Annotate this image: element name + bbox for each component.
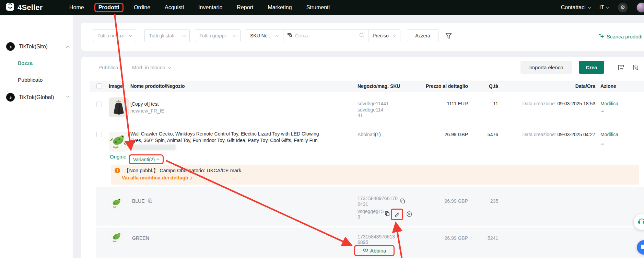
- nav-item-report[interactable]: Report: [237, 4, 253, 11]
- modify-link[interactable]: Modifica: [600, 132, 618, 137]
- price-value: 26.99 GBP: [405, 235, 468, 241]
- go-to-details-link[interactable]: Vai alla modifica dei dettagli: [122, 175, 192, 180]
- nav-item-ordine[interactable]: Ordine: [134, 4, 150, 11]
- nav-item-marketing[interactable]: Marketing: [268, 4, 292, 11]
- modify-link[interactable]: Modifica: [600, 101, 618, 106]
- chevron-down-icon: [276, 34, 280, 37]
- nav-item-home[interactable]: Home: [69, 4, 84, 11]
- warning-icon: !: [115, 168, 120, 173]
- sidebar-item-pubblicato[interactable]: Pubblicato: [18, 77, 43, 83]
- variant-label: BLUE: [132, 198, 145, 204]
- sku-value: 6895: [358, 239, 368, 245]
- top-nav: 4Seller Home Prodotti Ordine Acquisti In…: [0, 0, 644, 15]
- variants-toggle-button[interactable]: Varianti(2): [129, 154, 164, 164]
- column-settings-icon[interactable]: [632, 64, 639, 73]
- brand-logo-icon: [5, 2, 15, 13]
- product-name[interactable]: Wall Crawler Gecko, Winktoys Remote Cont…: [130, 131, 323, 144]
- price-value: 26.99 GBP: [405, 198, 468, 204]
- status-filter-select[interactable]: Tutti gli stati: [144, 29, 190, 42]
- qty-value: 235: [473, 198, 498, 204]
- chevron-up-icon[interactable]: [66, 46, 70, 49]
- price-value: 26.99 GBP: [405, 132, 468, 137]
- create-button[interactable]: Crea: [579, 61, 604, 74]
- chevron-down-icon: [233, 34, 237, 37]
- sku-value: sdvdbge114: [358, 107, 383, 113]
- search-filter-icon: [287, 32, 292, 39]
- select-all-checkbox[interactable]: [96, 83, 102, 89]
- date-cell: Data creazione: 09-03-2025 18:53: [491, 101, 595, 106]
- chevron-right-icon: [189, 176, 192, 180]
- chevron-down-icon[interactable]: [66, 94, 70, 98]
- date-cell: Data creazione: 09-03-2025 04:27: [491, 132, 595, 137]
- product-name[interactable]: [Copy of] test: [130, 101, 323, 107]
- language-menu[interactable]: IT: [599, 4, 609, 11]
- sku-value: 3: [358, 214, 360, 220]
- sidebar-section-tiktok-global[interactable]: ♪ TikTok(Global): [6, 93, 54, 102]
- avatar[interactable]: [636, 2, 644, 13]
- product-image-gecko[interactable]: [109, 132, 129, 152]
- download-products-link[interactable]: Scarica prodotti: [598, 33, 642, 40]
- tiktok-icon: ♪: [6, 42, 15, 51]
- import-list-button[interactable]: Importa elenco: [520, 61, 572, 74]
- more-actions-link[interactable]: ...: [600, 140, 605, 145]
- nav-item-prodotti[interactable]: Prodotti: [94, 3, 124, 12]
- nav-item-inventario[interactable]: Inventario: [198, 4, 222, 11]
- sku-value: 41: [358, 113, 363, 118]
- variant-image-gecko[interactable]: [110, 231, 124, 244]
- sidebar-item-bozza[interactable]: Bozza: [18, 60, 33, 66]
- chevron-down-icon: [183, 34, 186, 37]
- link-sku-button[interactable]: Abbina: [354, 245, 395, 256]
- col-header-sku: Negozio/mag. SKU: [358, 83, 400, 89]
- settings-button[interactable]: ⚙: [618, 3, 628, 12]
- sku-value: sdvdbge11441: [358, 101, 389, 106]
- brand-name: 4Seller: [17, 3, 43, 12]
- nav-item-acquisti[interactable]: Acquisti: [165, 4, 184, 11]
- search-box: [283, 29, 368, 42]
- chevron-down-icon: [393, 34, 397, 37]
- bulk-edit-menu[interactable]: Mod. in blocco: [132, 64, 171, 70]
- tab-publish[interactable]: Pubblica: [98, 64, 118, 70]
- app-screen: 4Seller Home Prodotti Ordine Acquisti In…: [0, 0, 644, 258]
- product-shop: newnew_FR_IE: [130, 108, 164, 114]
- variant-image-gecko[interactable]: [110, 196, 124, 210]
- price-value: 1111 EUR: [405, 101, 468, 106]
- link-icon: [363, 247, 368, 254]
- video-icon: [640, 243, 644, 252]
- search-icon[interactable]: [359, 32, 365, 39]
- nav-item-strumenti[interactable]: Strumenti: [306, 4, 330, 11]
- precision-select[interactable]: Preciso: [368, 29, 400, 42]
- col-header-action: Azione: [600, 83, 616, 89]
- linked-cell: Abbinati(1): [358, 132, 381, 137]
- brand[interactable]: 4Seller: [5, 2, 69, 13]
- qty-value: 5241: [473, 235, 498, 241]
- row-checkbox[interactable]: [96, 102, 102, 107]
- contact-menu[interactable]: Contattaci: [561, 4, 590, 11]
- chevron-down-icon: [129, 34, 132, 37]
- more-actions-link[interactable]: ...: [600, 107, 605, 113]
- gear-icon: ⚙: [620, 4, 625, 11]
- redacted-shop-name: [130, 144, 176, 150]
- col-header-image: Image: [109, 83, 122, 89]
- sku-value: vsgeggeg15: [358, 209, 384, 214]
- row-checkbox[interactable]: [96, 132, 102, 137]
- unlink-icon[interactable]: [406, 211, 412, 217]
- sku-type-select[interactable]: SKU Ne...: [246, 29, 283, 42]
- sidebar: ♪ TikTok(Sito) Bozza Pubblicato ♪ TikTok…: [0, 15, 74, 258]
- product-image-cloak[interactable]: [109, 97, 129, 117]
- copy-icon[interactable]: [148, 198, 153, 203]
- group-filter-select[interactable]: Tutti i gruppi: [195, 29, 241, 42]
- sparkles-icon: [598, 33, 605, 40]
- copy-icon[interactable]: [385, 211, 390, 216]
- search-input[interactable]: [295, 33, 356, 38]
- export-list-icon[interactable]: [617, 64, 625, 73]
- variant-label: GREEN: [132, 235, 149, 241]
- store-filter-select[interactable]: Tutti i negozi: [93, 29, 136, 42]
- variant-row-bg: [96, 187, 644, 226]
- edit-pencil-icon[interactable]: [394, 212, 400, 218]
- clear-filters-button[interactable]: Azzera: [407, 29, 438, 42]
- sku-value: 173158489766170: [358, 196, 398, 201]
- chevron-down-icon: [587, 5, 591, 9]
- filter-funnel-icon[interactable]: [445, 32, 452, 41]
- sidebar-section-tiktok-sito[interactable]: ♪ TikTok(Sito): [6, 42, 48, 51]
- origin-label: Origine: [110, 154, 126, 160]
